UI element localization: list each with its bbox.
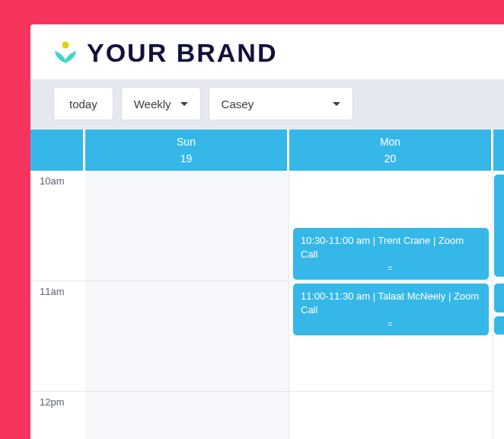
user-dropdown[interactable]: Casey	[209, 87, 353, 120]
calendar-event[interactable]: 11:00-11:30 am | Talaat McNeely | Zoom C…	[292, 283, 490, 336]
calendar-cell[interactable]	[85, 281, 289, 392]
calendar-cell[interactable]	[289, 392, 493, 439]
toolbar: today Weekly Casey	[30, 79, 504, 130]
time-slot-11am: 11am	[30, 281, 85, 392]
svg-point-0	[62, 42, 69, 49]
time-slot-12pm: 12pm	[30, 392, 85, 439]
calendar-event-partial[interactable]	[493, 174, 504, 277]
time-label: 11am	[40, 286, 65, 297]
day-header-sun[interactable]: Sun 19	[85, 130, 289, 171]
calendar-day-header-row: Sun 19 Mon 20	[30, 130, 504, 171]
calendar-event-partial[interactable]	[493, 283, 504, 313]
calendar-event-partial[interactable]	[493, 316, 504, 335]
event-resize-handle-icon[interactable]: =	[301, 319, 481, 330]
user-dropdown-label: Casey	[222, 98, 254, 111]
day-header-date: 19	[180, 150, 193, 167]
pink-frame: YOUR BRAND today Weekly Casey Sun 19	[0, 0, 504, 439]
day-column-mon[interactable]: 10:30-11:00 am | Trent Crane | Zoom Call…	[289, 171, 493, 439]
calendar-body: 10am 11am 12pm	[30, 171, 504, 439]
time-column-header	[30, 130, 85, 171]
header: YOUR BRAND	[30, 24, 504, 79]
brand-name: YOUR BRAND	[87, 40, 277, 66]
event-title: 11:00-11:30 am | Talaat McNeely | Zoom C…	[301, 290, 479, 316]
time-column: 10am 11am 12pm	[30, 171, 85, 439]
day-header-dow: Sun	[177, 133, 196, 150]
time-label: 10am	[40, 175, 65, 187]
day-header-date: 20	[384, 150, 397, 167]
calendar-cell[interactable]	[85, 392, 289, 439]
day-column-sun[interactable]	[85, 171, 289, 439]
brand-logo-icon	[53, 40, 78, 65]
event-title: 10:30-11:00 am | Trent Crane | Zoom Call	[301, 235, 464, 260]
calendar-cell[interactable]	[85, 171, 289, 281]
event-resize-handle-icon[interactable]: =	[301, 264, 481, 274]
calendar-event[interactable]: 10:30-11:00 am | Trent Crane | Zoom Call…	[292, 227, 490, 280]
caret-down-icon	[180, 102, 188, 106]
day-column-partial	[493, 171, 504, 439]
calendar: Sun 19 Mon 20 10am 11am	[30, 130, 504, 439]
today-button[interactable]: today	[53, 87, 113, 120]
day-header-mon[interactable]: Mon 20	[289, 130, 493, 171]
time-label: 12pm	[40, 396, 65, 408]
view-dropdown[interactable]: Weekly	[121, 87, 201, 120]
view-dropdown-label: Weekly	[134, 98, 171, 111]
day-header-partial	[493, 130, 504, 171]
today-button-label: today	[69, 98, 97, 111]
day-header-dow: Mon	[380, 133, 400, 150]
caret-down-icon	[333, 102, 340, 106]
app-panel: YOUR BRAND today Weekly Casey Sun 19	[30, 24, 504, 439]
time-slot-10am: 10am	[30, 171, 85, 281]
